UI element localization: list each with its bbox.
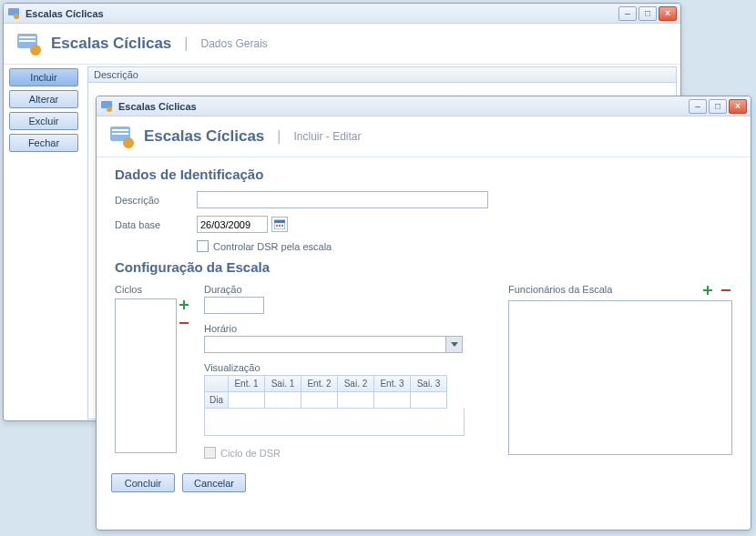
incluir-button[interactable]: Incluir [9, 68, 78, 86]
module-icon-modal [109, 124, 135, 149]
svg-rect-15 [279, 225, 281, 227]
calendar-icon[interactable] [271, 217, 288, 232]
horario-label: Horário [204, 323, 477, 334]
dropdown-icon[interactable] [446, 336, 463, 353]
maximize-button-modal[interactable]: □ [709, 99, 727, 114]
table-row: Dia [205, 392, 447, 409]
funcionarios-add-icon[interactable] [701, 284, 714, 297]
cell-sai2[interactable] [338, 392, 374, 409]
database-input[interactable] [197, 216, 268, 233]
checkbox-box [197, 240, 209, 252]
funcionarios-label: Funcionários da Escala [508, 284, 612, 295]
funcionarios-listbox[interactable] [508, 300, 732, 455]
svg-rect-22 [721, 289, 730, 291]
svg-point-1 [14, 14, 19, 19]
visualizacao-label: Visualização [204, 362, 477, 373]
maximize-button[interactable]: □ [639, 6, 657, 21]
alterar-button[interactable]: Alterar [9, 90, 78, 108]
svg-rect-10 [112, 133, 128, 135]
col-ent3[interactable]: Ent. 3 [374, 376, 411, 392]
descricao-input[interactable] [197, 191, 488, 208]
svg-rect-13 [274, 220, 285, 223]
descricao-label: Descrição [115, 195, 197, 206]
svg-rect-14 [276, 225, 278, 227]
col-ent2[interactable]: Ent. 2 [301, 376, 338, 392]
window-title-parent: Escalas Cíclicas [26, 8, 618, 19]
page-subtitle-parent: Dados Gerais [200, 37, 267, 50]
concluir-button[interactable]: Concluir [111, 473, 175, 492]
minimize-button[interactable]: – [618, 6, 637, 21]
grid-col-descricao[interactable]: Descrição [87, 66, 677, 83]
duracao-label: Duração [204, 284, 477, 295]
ciclos-listbox[interactable] [115, 298, 177, 453]
ciclo-dsr-checkbox: Ciclo de DSR [204, 447, 477, 459]
section-config: Configuração da Escala [115, 259, 732, 275]
visualizacao-table: Ent. 1 Sai. 1 Ent. 2 Sai. 2 Ent. 3 Sai. … [204, 375, 447, 409]
app-icon-modal [100, 100, 113, 113]
cell-sai1[interactable] [265, 392, 301, 409]
cell-ent2[interactable] [301, 392, 338, 409]
visualizacao-empty-area [204, 409, 465, 436]
cell-ent1[interactable] [229, 392, 265, 409]
window-title-modal: Escalas Cíclicas [118, 101, 689, 112]
ciclo-dsr-label: Ciclo de DSR [220, 448, 281, 459]
ciclos-remove-icon[interactable] [178, 317, 190, 329]
ciclos-add-icon[interactable] [178, 298, 190, 311]
duracao-input[interactable] [204, 297, 264, 314]
svg-rect-16 [281, 225, 283, 227]
col-sai3[interactable]: Sai. 3 [411, 376, 447, 392]
svg-point-11 [123, 137, 134, 148]
horario-input[interactable] [204, 336, 446, 353]
col-sai1[interactable]: Sai. 1 [265, 376, 301, 392]
minimize-button-modal[interactable]: – [689, 99, 707, 114]
section-identificacao: Dados de Identificação [115, 167, 732, 182]
svg-rect-4 [19, 40, 36, 42]
ciclos-label: Ciclos [115, 284, 191, 295]
cell-ent3[interactable] [374, 392, 411, 409]
svg-point-7 [107, 106, 112, 112]
row-dia-label: Dia [205, 392, 229, 409]
page-title-parent: Escalas Cíclicas [51, 35, 171, 53]
titlebar-parent: Escalas Cíclicas – □ × [4, 4, 680, 24]
controlar-dsr-checkbox[interactable]: Controlar DSR pela escala [197, 240, 332, 252]
excluir-button[interactable]: Excluir [9, 112, 78, 130]
funcionarios-remove-icon[interactable] [720, 284, 732, 297]
horario-dropdown[interactable] [204, 336, 477, 353]
controlar-dsr-label: Controlar DSR pela escala [213, 241, 332, 252]
fechar-button[interactable]: Fechar [9, 134, 78, 152]
header-band-parent: Escalas Cíclicas | Dados Gerais [4, 24, 680, 65]
svg-rect-18 [179, 304, 189, 306]
checkbox-box-disabled [204, 447, 216, 459]
page-subtitle-modal: Incluir - Editar [293, 130, 361, 143]
title-separator: | [184, 35, 188, 52]
svg-rect-9 [112, 129, 128, 131]
action-sidebar: Incluir Alterar Excluir Fechar [4, 65, 84, 421]
svg-rect-21 [703, 289, 712, 291]
title-separator-modal: | [277, 128, 281, 145]
svg-point-5 [30, 45, 41, 56]
col-sai2[interactable]: Sai. 2 [338, 376, 374, 392]
col-blank[interactable] [205, 376, 229, 392]
close-button-modal[interactable]: × [729, 99, 747, 114]
svg-rect-19 [179, 322, 189, 324]
close-button[interactable]: × [659, 6, 677, 21]
cell-sai3[interactable] [411, 392, 447, 409]
col-ent1[interactable]: Ent. 1 [229, 376, 265, 392]
page-title-modal: Escalas Cíclicas [144, 127, 264, 146]
database-label: Data base [115, 219, 197, 230]
window-escalas-editor: Escalas Cíclicas – □ × Escalas Cíclicas … [96, 96, 751, 531]
app-icon [7, 7, 20, 20]
svg-rect-3 [19, 36, 36, 38]
header-band-modal: Escalas Cíclicas | Incluir - Editar [97, 116, 751, 157]
module-icon [16, 31, 42, 56]
cancelar-button[interactable]: Cancelar [182, 473, 246, 492]
titlebar-modal: Escalas Cíclicas – □ × [97, 96, 751, 116]
